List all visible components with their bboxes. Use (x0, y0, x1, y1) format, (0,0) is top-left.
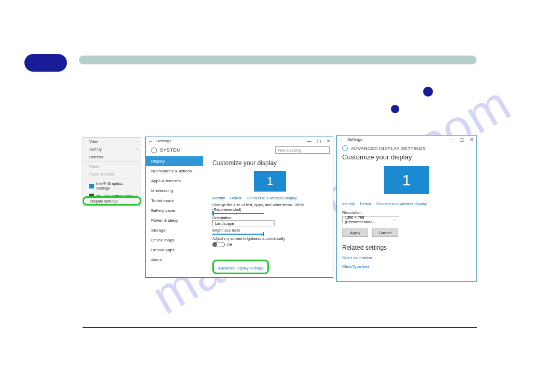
sidebar-item-notifications[interactable]: Notifications & actions (146, 166, 203, 176)
ctx-sort-label: Sort by (89, 147, 102, 152)
apply-button[interactable]: Apply (342, 228, 368, 237)
scale-slider[interactable] (212, 213, 264, 214)
connect-wireless-link[interactable]: Connect to a wireless display (376, 201, 427, 206)
cancel-button[interactable]: Cancel (372, 228, 398, 237)
advanced-header-label: ADVANCED DISPLAY SETTINGS (351, 146, 426, 151)
resolution-dropdown[interactable]: 1366 × 768 (Recommended) ⌄ (342, 216, 399, 223)
advanced-link-label: Advanced display settings (218, 266, 263, 271)
settings-content: Customize your display 1 Identify Detect… (203, 156, 333, 277)
detect-link[interactable]: Detect (230, 196, 241, 200)
sidebar-item-about[interactable]: About (146, 255, 203, 265)
sidebar-item-storage[interactable]: Storage (146, 225, 203, 235)
identify-link[interactable]: Identify (212, 196, 225, 200)
window-minimize-button[interactable]: — (450, 137, 455, 142)
chevron-down-icon: ⌄ (394, 218, 397, 222)
display-thumbnail[interactable]: 1 (254, 171, 286, 192)
search-input[interactable]: Find a setting (275, 146, 330, 154)
sidebar-item-offline-maps[interactable]: Offline maps (146, 235, 203, 245)
search-placeholder: Find a setting (278, 148, 301, 153)
callout-dot (423, 87, 433, 97)
related-settings-heading: Related settings (342, 244, 471, 251)
sidebar-item-apps-features[interactable]: Apps & features (146, 176, 203, 186)
separator (85, 161, 139, 162)
color-calibration-link[interactable]: Color calibration (342, 255, 471, 260)
ctx-refresh-label: Refresh (89, 155, 103, 159)
ctx-paste-shortcut: Paste shortcut (83, 170, 141, 178)
window-maximize-button[interactable]: ▢ (460, 137, 465, 142)
ctx-paste-shortcut-label: Paste shortcut (89, 172, 114, 177)
sidebar-item-display[interactable]: Display (146, 156, 203, 166)
brightness-label: Brightness level (212, 228, 328, 233)
system-header: SYSTEM Find a setting (146, 145, 333, 156)
advanced-heading: Customize your display (342, 153, 471, 161)
auto-brightness-label: Adjust my screen brightness automaticall… (212, 236, 328, 241)
advanced-display-settings-link[interactable]: Advanced display settings (212, 260, 269, 274)
identify-link[interactable]: Identify (342, 201, 355, 206)
window-close-button[interactable]: ✕ (470, 137, 474, 142)
settings-sidebar: Display Notifications & actions Apps & f… (146, 156, 203, 277)
chevron-right-icon: › (137, 147, 138, 151)
sidebar-item-power-sleep[interactable]: Power & sleep (146, 215, 203, 225)
advanced-content: Customize your display 1 Identify Detect… (337, 153, 476, 269)
content-heading: Customize your display (212, 159, 328, 167)
sidebar-item-default-apps[interactable]: Default apps (146, 245, 203, 255)
chevron-down-icon: ⌄ (271, 221, 274, 225)
ctx-sort-by[interactable]: Sort by › (83, 145, 141, 153)
ctx-intel-graphics[interactable]: Intel® Graphics Settings (83, 180, 141, 192)
desktop-context-menu: View › Sort by › Refresh Paste Paste sho… (83, 137, 141, 206)
intel-icon (89, 184, 94, 188)
detect-link[interactable]: Detect (360, 201, 371, 206)
back-button[interactable]: ← (148, 138, 153, 144)
brightness-slider[interactable] (212, 234, 264, 235)
sidebar-item-battery-saver[interactable]: Battery saver (146, 206, 203, 215)
page-divider (83, 327, 477, 328)
ctx-paste: Paste (83, 163, 141, 170)
display-thumbnail[interactable]: 1 (384, 166, 429, 194)
advanced-header: ADVANCED DISPLAY SETTINGS (337, 143, 476, 153)
system-label: SYSTEM (160, 147, 181, 153)
orientation-value: Landscape (215, 221, 234, 226)
window-title: Settings (156, 139, 171, 143)
accent-pill (24, 54, 67, 72)
resolution-value: 1366 × 768 (Recommended) (345, 215, 394, 224)
window-minimize-button[interactable]: — (307, 139, 311, 144)
window-titlebar: ← Settings — ▢ ✕ (337, 136, 476, 143)
advanced-display-window: ← Settings — ▢ ✕ ADVANCED DISPLAY SETTIN… (336, 135, 477, 282)
resolution-label: Resolution (342, 210, 471, 215)
orientation-label: Orientation (212, 215, 328, 220)
ctx-display-settings[interactable]: Display settings (83, 196, 141, 206)
ctx-view-label: View (89, 139, 98, 144)
back-button[interactable]: ← (339, 137, 344, 142)
ctx-paste-label: Paste (89, 164, 99, 169)
window-maximize-button[interactable]: ▢ (317, 139, 321, 144)
auto-brightness-toggle[interactable] (212, 242, 225, 247)
sidebar-item-multitasking[interactable]: Multitasking (146, 186, 203, 196)
gear-icon (342, 145, 348, 151)
ctx-view[interactable]: View › (83, 138, 141, 145)
ctx-refresh[interactable]: Refresh (83, 153, 141, 161)
accent-bar (79, 56, 477, 64)
toggle-state-label: Off (227, 242, 232, 247)
scale-caption: Change the size of text, apps, and other… (212, 202, 328, 212)
callout-dot (391, 105, 399, 113)
sidebar-item-tablet-mode[interactable]: Tablet mode (146, 196, 203, 206)
ctx-intel-label: Intel® Graphics Settings (96, 181, 138, 191)
chevron-right-icon: › (137, 140, 138, 143)
connect-wireless-link[interactable]: Connect to a wireless display (247, 196, 297, 200)
cleartype-link[interactable]: ClearType text (342, 264, 471, 269)
window-title: Settings (347, 137, 362, 142)
settings-window: ← Settings — ▢ ✕ SYSTEM Find a setting D… (145, 137, 333, 278)
window-close-button[interactable]: ✕ (327, 139, 331, 144)
gear-icon (151, 147, 157, 153)
ctx-display-label: Display settings (90, 199, 118, 204)
separator (85, 179, 139, 179)
window-titlebar: ← Settings — ▢ ✕ (146, 137, 333, 145)
orientation-dropdown[interactable]: Landscape ⌄ (212, 220, 275, 226)
